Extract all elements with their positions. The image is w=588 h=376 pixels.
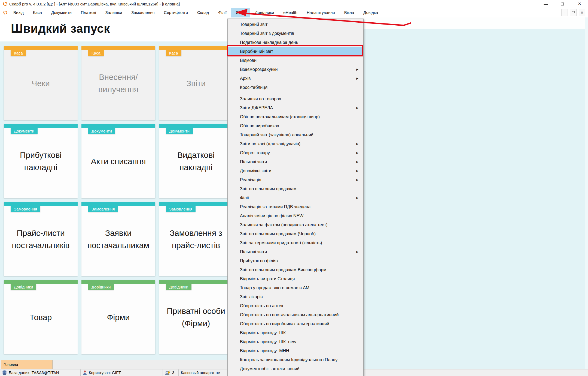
reports-menu-item-Допоміжні звіти[interactable]: Допоміжні звіти▶	[228, 166, 363, 175]
tile-Заявки постачальникам[interactable]: ЗамовленняЗаявки постачальникам	[81, 202, 155, 276]
reports-menu-item-Звіти ДЖЕРЕЛА[interactable]: Звіти ДЖЕРЕЛА▶	[228, 103, 363, 112]
reports-menu-item-Звіт за термінами придатності (кількість)[interactable]: Звіт за термінами придатності (кількість…	[228, 238, 363, 247]
menubar-item-eHealth[interactable]: eHealth	[279, 8, 302, 17]
submenu-arrow-icon: ▶	[356, 77, 358, 80]
reports-menu-item-label: Пільгові звіти	[240, 160, 356, 164]
tile-Прайс-листи постачальників[interactable]: ЗамовленняПрайс-листи постачальників	[4, 202, 78, 276]
reports-menu-item-Залишки за фактом (поодинока атека тест)[interactable]: Залишки за фактом (поодинока атека тест)	[228, 220, 363, 229]
menubar-item-Вікна[interactable]: Вікна	[340, 8, 359, 17]
minimize-button[interactable]: —	[537, 0, 554, 8]
menubar-item-Каса[interactable]: Каса	[28, 8, 47, 17]
reports-menu-item-Звіт по пільговим продажам (Чорноб)[interactable]: Звіт по пільговим продажам (Чорноб)	[228, 229, 363, 238]
mdi-restore-button[interactable]	[570, 9, 577, 16]
menubar-item-Вихід[interactable]: Вихід	[9, 8, 28, 17]
tile-category-badge: Каса	[166, 50, 181, 56]
reports-menu-item-label: Реалізація	[240, 178, 356, 182]
tile-Фірми[interactable]: ДовідникиФірми	[81, 280, 155, 354]
tile-label: Заявки постачальникам	[81, 227, 155, 251]
menubar-item-Платежі[interactable]: Платежі	[76, 8, 101, 17]
menubar-item-Склад[interactable]: Склад	[193, 8, 214, 17]
reports-menu-item-Реалізація[interactable]: Реалізація▶	[228, 175, 363, 184]
reports-menu-item-label: Податкова накладна за день	[240, 40, 361, 45]
menubar-item-Довідка[interactable]: Довідка	[359, 8, 383, 17]
menubar-item-Залишки[interactable]: Залишки	[101, 8, 127, 17]
tile-label: Фірми	[81, 311, 155, 323]
reports-menu-item-Звіт по пільговим продажам[interactable]: Звіт по пільговим продажам	[228, 184, 363, 193]
tile-Звіти[interactable]: КасаЗвіти	[159, 46, 233, 120]
tile-Прибуткові накладні[interactable]: ДокументиПрибуткові накладні	[4, 124, 78, 198]
tile-label: Товар	[4, 311, 78, 323]
reports-menu-item-Контроль за виконанням Індивідуального Плану[interactable]: Контроль за виконанням Індивідуального П…	[228, 355, 363, 364]
tile-category-bar	[81, 46, 155, 50]
tile-category-bar	[159, 46, 233, 50]
tile-Внесення/вилучення[interactable]: КасаВнесення/вилучення	[81, 46, 155, 120]
database-icon	[2, 370, 7, 375]
reports-menu-item-Відомість приходу_ШК_new[interactable]: Відомість приходу_ШК_new	[228, 337, 363, 346]
reports-menu-item-Відомість приходу_МНН[interactable]: Відомість приходу_МНН	[228, 346, 363, 355]
tile-Акти списання[interactable]: ДокументиАкти списання	[81, 124, 155, 198]
reports-menu-item-label: Товар у продаж, якого немає в АМ	[240, 285, 361, 290]
tile-Чеки[interactable]: КасаЧеки	[4, 46, 78, 120]
reports-menu-item-label: Товарний звіт	[240, 22, 361, 27]
right-scroll-strip[interactable]	[585, 17, 588, 376]
reports-menu-item-Товарний звіт[interactable]: Товарний звіт	[228, 20, 363, 29]
tile-category-bar	[81, 202, 155, 206]
reports-menu-item-Взаєморозрахунки[interactable]: Взаєморозрахунки▶	[228, 65, 363, 74]
reports-menu-item-Обіг по постачальникам (столиця випр)[interactable]: Обіг по постачальникам (столиця випр)	[228, 112, 363, 121]
reports-menu-item-label: Звіт по пільговим продажам (Чорноб)	[240, 231, 361, 236]
reports-menu-item-Оборотність по виробниках альтернативний[interactable]: Оборотність по виробниках альтернативний	[228, 319, 363, 328]
reports-menu-item-Товарний звіт (закупівля) локальний[interactable]: Товарний звіт (закупівля) локальний	[228, 130, 363, 139]
reports-menu-item-Звіт лікарів[interactable]: Звіт лікарів	[228, 292, 363, 301]
reports-menu-item-Оборотність по аптек[interactable]: Оборотність по аптек	[228, 301, 363, 310]
reports-menu-item-Пільгові звіти[interactable]: Пільгові звіти▶	[228, 247, 363, 256]
reports-menu-item-Оборот товару[interactable]: Оборот товару▶	[228, 148, 363, 157]
menubar-item-Документи[interactable]: Документи	[47, 8, 76, 17]
reports-menu-item-Архів[interactable]: Архів▶	[228, 74, 363, 83]
reports-menu-item-Аналіз зміни цін по філіях NEW[interactable]: Аналіз зміни цін по філіях NEW	[228, 211, 363, 220]
status-cash-count-value: 3	[172, 371, 174, 375]
mdi-minimize-button[interactable]: –	[561, 9, 568, 16]
menubar-item-Сертифікати[interactable]: Сертифікати	[159, 8, 193, 17]
restore-button[interactable]	[554, 0, 571, 8]
reports-menu-item-Відомість витрати Столиця[interactable]: Відомість витрати Столиця	[228, 274, 363, 283]
reports-menu-item-Крос-таблиця[interactable]: Крос-таблиця	[228, 83, 363, 92]
tile-Приватні особи (Фірми)[interactable]: ДовідникиПриватні особи (Фірми)	[159, 280, 233, 354]
menubar-item-Налаштування[interactable]: Налаштування	[302, 8, 340, 17]
reports-menu-item-label: Звіт за термінами придатності (кількість…	[240, 240, 361, 245]
menubar-item-Звіти[interactable]: Звіти	[231, 8, 250, 17]
menubar-item-Філії[interactable]: Філії	[214, 8, 231, 17]
reports-menu-item-Товар у продаж, якого немає в АМ[interactable]: Товар у продаж, якого немає в АМ	[228, 283, 363, 292]
tile-Видаткові накладні[interactable]: ДокументиВидаткові накладні	[159, 124, 233, 198]
mdi-close-button[interactable]: ✕	[579, 9, 585, 16]
status-cash-message-label: Кассовый аппарат не	[181, 371, 220, 375]
reports-menu-item-Залишки по товарах[interactable]: Залишки по товарах	[228, 94, 363, 103]
close-button[interactable]: ✕	[571, 0, 588, 8]
reports-menu-item-Звіт по пільговим продажам Винспецфарм[interactable]: Звіт по пільговим продажам Винспецфарм	[228, 265, 363, 274]
reports-menu-item-Документообіг_аптеки_новий[interactable]: Документообіг_аптеки_новий	[228, 364, 363, 373]
reports-menu-item-Прибуток по філіях[interactable]: Прибуток по філіях	[228, 256, 363, 265]
reports-menu-item-Обіг по виробниках[interactable]: Обіг по виробниках	[228, 121, 363, 130]
tab-home[interactable]: Головна	[1, 360, 53, 369]
tile-Товар[interactable]: ДовідникиТовар	[4, 280, 78, 354]
menubar-item-Замовлення[interactable]: Замовлення	[127, 8, 159, 17]
submenu-arrow-icon: ▶	[356, 142, 358, 145]
menubar-item-Довідники[interactable]: Довідники	[250, 8, 279, 17]
submenu-arrow-icon: ▶	[356, 169, 358, 172]
tile-Замовлення з прайс-листів[interactable]: ЗамовленняЗамовлення з прайс-листів	[159, 202, 233, 276]
reports-menu-item-Філії[interactable]: Філії▶	[228, 193, 363, 202]
reports-menu-item-Товарний звіт з документів[interactable]: Товарний звіт з документів	[228, 29, 363, 38]
reports-menu-item-Реалізація за типами ПДВ зведена[interactable]: Реалізація за типами ПДВ зведена	[228, 202, 363, 211]
reports-menu-item-Відмови[interactable]: Відмови	[228, 56, 363, 65]
reports-menu-item-Виробничий звіт[interactable]: Виробничий звіт	[228, 47, 363, 56]
reports-menu-item-label: Відомість витрати Столиця	[240, 276, 361, 281]
submenu-arrow-icon: ▶	[356, 178, 358, 181]
tile-label: Акти списання	[81, 155, 155, 167]
menu-bar: ВихідКасаДокументиПлатежіЗалишкиЗамовлен…	[0, 8, 588, 17]
reports-menu-item-Реєстр парафій за аптек[interactable]: Реєстр парафій за аптек	[228, 373, 363, 376]
reports-menu-item-Податкова накладна за день[interactable]: Податкова накладна за день	[228, 38, 363, 47]
reports-menu-item-Відомість приходу_ШК[interactable]: Відомість приходу_ШК	[228, 328, 363, 337]
reports-menu-item-Оборотність по постачальникам альтернативний[interactable]: Оборотність по постачальникам альтернати…	[228, 310, 363, 319]
reports-menu-item-Пільгові звіти[interactable]: Пільгові звіти▶	[228, 157, 363, 166]
reports-menu-item-Звіти по касі (для завідувачів)[interactable]: Звіти по касі (для завідувачів)▶	[228, 139, 363, 148]
reports-menu-item-label: Звіт по пільговим продажам Винспецфарм	[240, 267, 361, 272]
